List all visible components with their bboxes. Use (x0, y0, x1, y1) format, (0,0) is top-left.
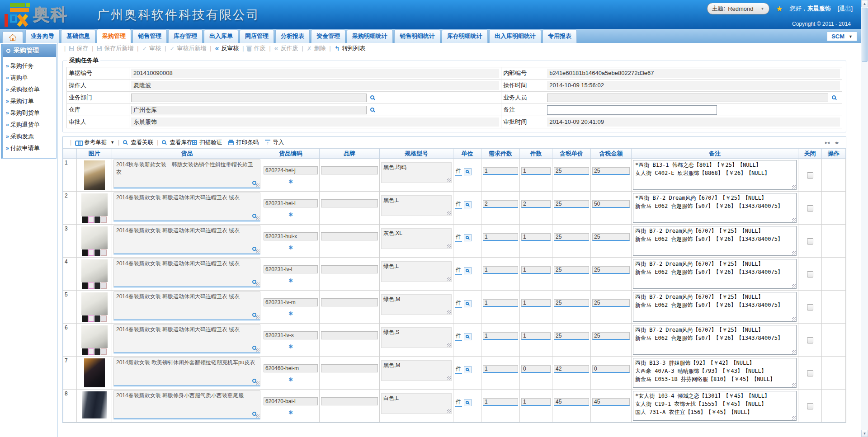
lookup-input[interactable] (547, 94, 828, 102)
qty-field[interactable]: 1 (521, 266, 551, 274)
qty-field[interactable]: 1 (521, 398, 551, 406)
close-checkbox[interactable] (807, 403, 813, 409)
home-tab[interactable] (2, 31, 23, 43)
unit-lookup-button[interactable] (464, 168, 472, 175)
amount-field[interactable]: 25 (592, 167, 630, 175)
gear-icon[interactable] (264, 179, 318, 185)
remark-field[interactable]: *西街 B7-2 Dream风尚【6707】【￥25】【NULL】 新金马 E0… (633, 193, 797, 223)
amount-field[interactable]: 25 (592, 299, 630, 307)
search-icon[interactable] (252, 346, 256, 350)
required-qty-field[interactable]: 1 (483, 332, 518, 340)
amount-field[interactable]: 50 (592, 200, 630, 208)
brand-field[interactable] (321, 298, 378, 306)
toolbar-button[interactable]: 反审核 (215, 44, 239, 52)
spec-field[interactable]: 绿色,S (381, 327, 452, 348)
sidebar-item[interactable]: »采购任务 (3, 60, 56, 72)
brand-field[interactable] (321, 265, 378, 273)
search-icon[interactable] (252, 280, 256, 284)
gear-icon[interactable] (264, 343, 318, 350)
scroll-down-icon[interactable]: ▼ (861, 430, 868, 437)
unit-lookup-button[interactable] (464, 201, 472, 208)
brand-field[interactable] (321, 364, 378, 372)
product-code-field[interactable]: 620231-lv-s (264, 331, 318, 339)
grid-toolbar-button[interactable]: 参考单据▼ (75, 139, 114, 146)
nav-tab[interactable]: 销售管理 (132, 29, 167, 43)
required-qty-field[interactable]: 1 (483, 398, 518, 406)
sidebar-item[interactable]: »采购发票 (3, 131, 56, 142)
nav-tab[interactable]: 出入库明细统计 (489, 29, 541, 43)
text-input[interactable] (547, 105, 717, 115)
unit-value[interactable]: 件 (455, 299, 462, 308)
unit-value[interactable]: 件 (455, 398, 462, 407)
remark-field[interactable]: *女人街 103-4 倾城之恋【1301】【￥45】【NULL】 女人街 C19… (633, 391, 797, 421)
expand-rows-icon[interactable]: ◂▸ (835, 140, 839, 146)
spec-field[interactable]: 黑色,L (381, 195, 452, 216)
unit-lookup-button[interactable] (464, 234, 472, 241)
required-qty-field[interactable]: 1 (483, 266, 518, 274)
nav-tab[interactable]: 采购管理 (97, 29, 131, 43)
nav-tab[interactable]: 业务向导 (25, 29, 60, 43)
spec-field[interactable]: 灰色,XL (381, 228, 452, 249)
qty-field[interactable]: 2 (521, 200, 551, 208)
qty-field[interactable]: 1 (521, 332, 551, 340)
toolbar-button[interactable]: 转到列表 (335, 44, 366, 52)
required-qty-field[interactable]: 1 (483, 233, 518, 241)
remark-field[interactable]: 西街 B7-2 Dream风尚【6707】【￥25】【NULL】 新金马 E06… (633, 292, 797, 322)
product-name-field[interactable]: 2014春装新款女装 韩版运动休闲大码连帽卫衣 绒衣 (113, 324, 260, 353)
qty-field[interactable]: 1 (521, 233, 551, 241)
favorite-star-icon[interactable]: ★ (776, 4, 783, 14)
sidebar-item[interactable]: »采购报价单 (3, 84, 56, 95)
brand-field[interactable] (321, 199, 378, 207)
amount-field[interactable]: 25 (592, 233, 630, 241)
scm-selector[interactable]: SCM ▼ (827, 32, 857, 41)
sidebar-item[interactable]: »采购退货单 (3, 119, 56, 131)
gear-icon[interactable] (264, 211, 318, 218)
grid-toolbar-button[interactable]: 打印条码 (228, 139, 259, 146)
spec-field[interactable]: 黑色,M (381, 360, 452, 381)
brand-field[interactable] (321, 166, 378, 174)
search-icon[interactable] (252, 412, 256, 416)
vertical-scrollbar[interactable]: ▲ ▼ (861, 0, 868, 437)
unit-value[interactable]: 件 (455, 233, 462, 242)
lookup-input[interactable] (131, 94, 367, 102)
remark-field[interactable]: 西街 B7-2 Dream风尚【6707】【￥25】【NULL】 新金马 E06… (633, 325, 797, 355)
unit-price-field[interactable]: 25 (554, 299, 589, 307)
close-checkbox[interactable] (807, 172, 813, 179)
grid-toolbar-button[interactable]: 查看关联 (123, 139, 153, 146)
nav-tab[interactable]: 库存管理 (168, 29, 203, 43)
product-name-field[interactable]: 2014秋冬装新款女装 韩版女装热销个性斜拉带帽长款卫衣 (113, 160, 260, 188)
search-icon[interactable] (252, 247, 256, 251)
unit-price-field[interactable]: 25 (554, 266, 589, 274)
unit-value[interactable]: 件 (455, 167, 462, 176)
sidebar-item[interactable]: »采购到货单 (3, 107, 56, 119)
gear-icon[interactable] (264, 244, 318, 251)
lookup-input[interactable]: 广州仓库 (131, 106, 367, 114)
product-name-field[interactable]: 2014新款女装 欧美铆钉休闲外套翻领拉链朋克机车pu皮衣 (113, 357, 260, 386)
unit-lookup-button[interactable] (464, 267, 472, 274)
required-qty-field[interactable]: 1 (483, 299, 518, 307)
search-icon[interactable] (252, 181, 256, 185)
product-code-field[interactable]: 620231-hui-x (264, 232, 318, 240)
unit-price-field[interactable]: 25 (554, 332, 589, 340)
gear-icon[interactable] (264, 376, 318, 383)
search-icon[interactable] (252, 313, 256, 317)
amount-field[interactable]: 45 (592, 398, 630, 406)
nav-tab[interactable]: 分析报表 (275, 29, 310, 43)
brand-field[interactable] (321, 232, 378, 240)
close-checkbox[interactable] (807, 205, 813, 211)
product-code-field[interactable]: 620460-hei-m (264, 364, 318, 372)
grid-toolbar-button[interactable]: 扫描验证 (192, 139, 222, 146)
unit-lookup-button[interactable] (464, 366, 472, 373)
nav-tab[interactable]: 采购明细统计 (347, 29, 393, 43)
sidebar-item[interactable]: »请购单 (3, 72, 56, 84)
remark-field[interactable]: *西街 B13-1 韩都之恋【801】【￥25】【NULL】 女人街 C402-… (633, 160, 797, 190)
grid-toolbar-button[interactable]: 查看库存 (162, 139, 192, 146)
unit-price-field[interactable]: 45 (554, 398, 589, 406)
unit-lookup-button[interactable] (464, 399, 472, 406)
brand-field[interactable] (321, 397, 378, 405)
required-qty-field[interactable]: 1 (483, 167, 518, 175)
search-icon[interactable] (832, 95, 836, 99)
collapse-rows-icon[interactable]: ▸◂ (825, 140, 829, 146)
nav-tab[interactable]: 基础信息 (61, 29, 95, 43)
close-checkbox[interactable] (807, 337, 813, 343)
